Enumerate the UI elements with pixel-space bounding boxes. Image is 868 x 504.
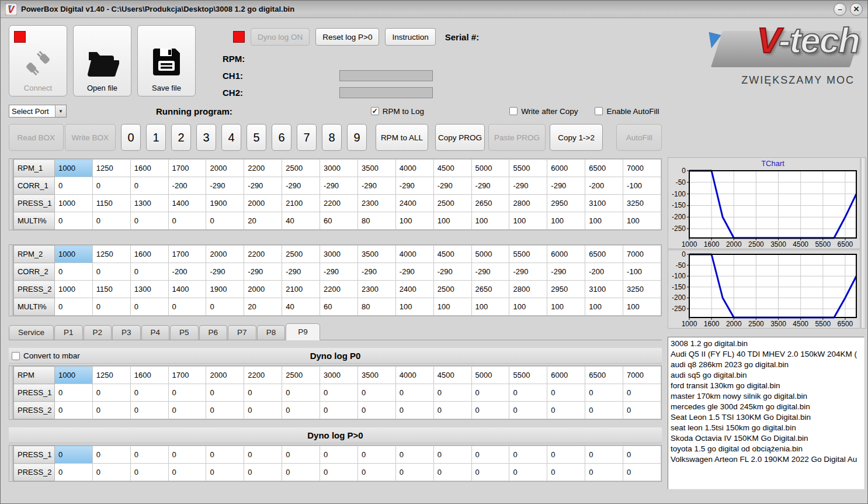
grid-cell[interactable]: 5500 xyxy=(509,367,547,384)
grid-cell[interactable]: 3500 xyxy=(357,246,395,263)
grid-cell[interactable]: 6000 xyxy=(547,367,585,384)
checkbox-box[interactable]: ✓ xyxy=(371,107,379,115)
grid-cell[interactable]: 0 xyxy=(168,212,206,230)
grid-cell[interactable]: 3500 xyxy=(357,367,395,384)
grid-cell[interactable]: 0 xyxy=(509,464,547,481)
digit-button-1[interactable]: 1 xyxy=(146,124,166,151)
grid-cell[interactable]: 80 xyxy=(357,212,395,230)
grid-cell[interactable]: 5500 xyxy=(509,160,547,177)
grid-cell[interactable]: 2500 xyxy=(282,367,320,384)
grid-cell[interactable]: 3100 xyxy=(585,195,623,212)
grid-cell[interactable]: 1600 xyxy=(130,160,168,177)
digit-button-3[interactable]: 3 xyxy=(196,124,216,151)
grid-cell[interactable]: -290 xyxy=(320,263,358,281)
file-list-item[interactable]: audi q8 286km 2023 go digital.bin xyxy=(671,360,864,370)
grid-cell[interactable]: 0 xyxy=(433,402,471,419)
grid-cell[interactable]: 2500 xyxy=(433,281,471,298)
grid-cell[interactable]: 6500 xyxy=(585,367,623,384)
grid-cell[interactable]: 100 xyxy=(585,212,623,230)
grid-cell[interactable]: 100 xyxy=(433,298,471,316)
grid-cell[interactable]: -290 xyxy=(433,177,471,195)
grid-cell[interactable]: 0 xyxy=(130,298,168,316)
grid-cell[interactable]: 60 xyxy=(320,298,358,316)
grid-cell[interactable]: 0 xyxy=(623,464,661,481)
grid-cell[interactable]: 3000 xyxy=(320,367,358,384)
grid-cell[interactable]: -290 xyxy=(395,263,433,281)
grid-cell[interactable]: 0 xyxy=(130,446,168,464)
grid-cell[interactable]: -200 xyxy=(168,177,206,195)
grid-cell[interactable]: 0 xyxy=(623,402,661,419)
grid-cell[interactable]: 2500 xyxy=(282,246,320,263)
tab-p4[interactable]: P4 xyxy=(141,325,170,340)
grid-cell[interactable]: 0 xyxy=(92,384,130,402)
grid-cell[interactable]: 0 xyxy=(130,177,168,195)
grid-cell[interactable]: 3000 xyxy=(320,160,358,177)
digit-button-9[interactable]: 9 xyxy=(347,124,367,151)
grid-cell[interactable]: 0 xyxy=(282,446,320,464)
grid-cell[interactable]: -290 xyxy=(244,263,282,281)
grid-cell[interactable]: 0 xyxy=(206,298,244,316)
grid-cell[interactable]: -290 xyxy=(471,177,509,195)
grid-cell[interactable]: 6000 xyxy=(547,246,585,263)
save-file-button[interactable]: Save file xyxy=(137,25,196,96)
grid-cell[interactable]: -290 xyxy=(206,177,244,195)
grid-cell[interactable]: 0 xyxy=(168,402,206,419)
grid-cell[interactable]: 0 xyxy=(357,402,395,419)
grid-cell[interactable]: 4000 xyxy=(395,367,433,384)
grid-cell[interactable]: 1900 xyxy=(206,195,244,212)
grid-cell[interactable]: 2300 xyxy=(357,281,395,298)
grid-cell[interactable]: 5000 xyxy=(471,160,509,177)
grid-cell[interactable]: 0 xyxy=(92,446,130,464)
grid-cell[interactable]: 5500 xyxy=(509,246,547,263)
grid-cell[interactable]: 3250 xyxy=(623,281,661,298)
grid-cell[interactable]: 2400 xyxy=(395,195,433,212)
file-list-item[interactable]: Volkswagen Arteon FL 2.0 190KM 2022 Go D… xyxy=(671,454,864,465)
grid-cell[interactable]: -290 xyxy=(547,177,585,195)
grid-cell[interactable]: -290 xyxy=(357,177,395,195)
grid-cell[interactable]: 2950 xyxy=(547,281,585,298)
grid-cell[interactable]: 100 xyxy=(433,212,471,230)
file-list-item[interactable]: mercedes gle 300d 245km go digital.bin xyxy=(671,402,864,412)
grid-cell[interactable]: 100 xyxy=(547,212,585,230)
grid-cell[interactable]: 0 xyxy=(206,384,244,402)
grid-cell[interactable]: 2200 xyxy=(320,195,358,212)
file-list-item[interactable]: Audi Q5 II (FY FL) 40 TDI MHEV 2.0 150kW… xyxy=(671,349,864,360)
grid-cell[interactable]: 2200 xyxy=(244,367,282,384)
grid-cell[interactable]: 0 xyxy=(623,384,661,402)
grid-cell[interactable]: 0 xyxy=(282,384,320,402)
grid-cell[interactable]: -290 xyxy=(320,177,358,195)
grid-cell[interactable]: 100 xyxy=(547,298,585,316)
grid-cell[interactable]: 20 xyxy=(244,212,282,230)
grid-cell[interactable]: 0 xyxy=(282,402,320,419)
copy-prog-button[interactable]: Copy PROG xyxy=(435,124,485,151)
grid-cell[interactable]: 2200 xyxy=(244,246,282,263)
grid-cell[interactable]: 1900 xyxy=(206,281,244,298)
grid-cell[interactable]: 3100 xyxy=(585,281,623,298)
grid-cell[interactable]: -200 xyxy=(585,263,623,281)
grid-cell[interactable]: 0 xyxy=(92,464,130,481)
grid-cell[interactable]: 0 xyxy=(130,212,168,230)
grid-cell[interactable]: 5000 xyxy=(471,246,509,263)
grid-cell[interactable]: 2650 xyxy=(471,195,509,212)
grid-cell[interactable]: 100 xyxy=(395,212,433,230)
grid-cell[interactable]: 0 xyxy=(282,464,320,481)
file-list-item[interactable]: audi sq5 go digital.bin xyxy=(671,370,864,381)
grid-cell[interactable]: 0 xyxy=(130,263,168,281)
grid-cell[interactable]: 0 xyxy=(168,446,206,464)
grid-cell[interactable]: 0 xyxy=(585,446,623,464)
grid-cell[interactable]: 0 xyxy=(471,464,509,481)
grid-cell[interactable]: 0 xyxy=(357,446,395,464)
grid-cell[interactable]: 0 xyxy=(471,446,509,464)
grid-cell[interactable]: 1300 xyxy=(130,281,168,298)
grid-cell[interactable]: -290 xyxy=(433,263,471,281)
grid-cell[interactable]: 0 xyxy=(54,177,92,195)
grid-cell[interactable]: 1000 xyxy=(54,195,92,212)
grid-cell[interactable]: 0 xyxy=(92,298,130,316)
grid-cell[interactable]: 0 xyxy=(509,402,547,419)
grid-cell[interactable]: 0 xyxy=(395,464,433,481)
digit-button-4[interactable]: 4 xyxy=(221,124,241,151)
grid-cell[interactable]: 0 xyxy=(244,464,282,481)
grid-cell[interactable]: 1700 xyxy=(168,160,206,177)
grid-cell[interactable]: 2500 xyxy=(282,160,320,177)
enable-autofill-checkbox[interactable]: Enable AutoFill xyxy=(595,107,659,116)
